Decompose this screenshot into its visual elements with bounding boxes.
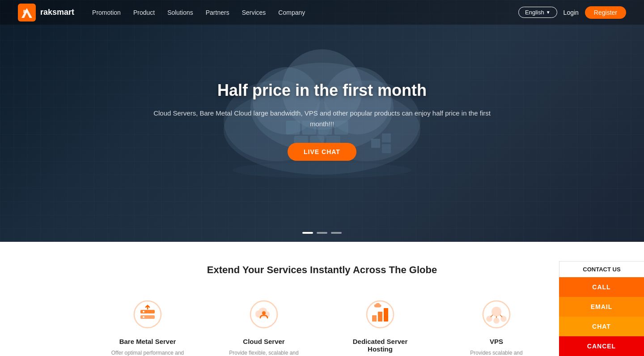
carousel-dots [302, 232, 342, 234]
services-section: Extend Your Services Instantly Across Th… [0, 242, 644, 356]
service-card-dedicated: Dedicated Server Hosting Offer maximum c… [340, 298, 420, 356]
chevron-down-icon: ▼ [546, 10, 551, 15]
svg-point-25 [143, 311, 144, 313]
nav-promotion[interactable]: Promotion [92, 9, 121, 16]
login-button[interactable]: Login [564, 9, 579, 16]
carousel-dot-3[interactable] [331, 232, 342, 234]
navbar: raksmart Promotion Product Solutions Par… [0, 0, 644, 25]
carousel-dot-1[interactable] [302, 232, 313, 234]
nav-links: Promotion Product Solutions Partners Ser… [92, 9, 518, 16]
nav-right: English ▼ Login Register [518, 6, 626, 19]
hero-title: Half price in the first month [152, 81, 492, 100]
svg-point-34 [492, 307, 501, 316]
call-button[interactable]: CALL [559, 277, 644, 297]
dedicated-server-icon [364, 298, 396, 330]
service-name-bare-metal: Bare Metal Server [119, 338, 176, 345]
nav-product[interactable]: Product [133, 9, 155, 16]
carousel-dot-2[interactable] [317, 232, 327, 234]
svg-line-38 [491, 315, 493, 317]
service-desc-bare-metal: Offer optimal performance and [111, 349, 184, 356]
service-desc-cloud: Provide flexible, scalable and [229, 349, 298, 356]
svg-rect-24 [140, 315, 155, 319]
services-grid: Bare Metal Server Offer optimal performa… [18, 298, 626, 356]
brand-name: raksmart [40, 8, 74, 17]
service-card-bare-metal: Bare Metal Server Offer optimal performa… [107, 298, 188, 356]
contact-panel: CONTACT US CALL EMAIL CHAT CANCEL [559, 261, 644, 356]
chat-button[interactable]: CHAT [559, 317, 644, 336]
svg-point-36 [494, 318, 499, 323]
email-button[interactable]: EMAIL [559, 297, 644, 317]
svg-rect-30 [372, 315, 377, 322]
svg-point-26 [143, 316, 144, 318]
service-desc-vps: Provides scalable and [470, 349, 522, 356]
hero-content: Half price in the first month Cloud Serv… [143, 81, 501, 161]
service-name-vps: VPS [490, 338, 503, 345]
nav-partners[interactable]: Partners [206, 9, 229, 16]
hero-subtitle: Cloud Servers, Bare Metal Cloud large ba… [152, 108, 492, 129]
live-chat-button[interactable]: LIVE CHAT [288, 143, 356, 161]
svg-rect-31 [378, 312, 382, 322]
svg-rect-3 [23, 10, 26, 13]
nav-services[interactable]: Services [242, 9, 266, 16]
logo-icon [18, 4, 36, 21]
services-section-title: Extend Your Services Instantly Across Th… [18, 264, 626, 276]
language-label: English [525, 9, 544, 16]
svg-line-40 [500, 315, 502, 317]
cancel-button[interactable]: CANCEL [559, 336, 644, 356]
cloud-server-icon [248, 298, 280, 330]
contact-header: CONTACT US [559, 261, 644, 277]
language-selector[interactable]: English ▼ [518, 7, 557, 18]
register-button[interactable]: Register [585, 6, 626, 19]
service-name-dedicated: Dedicated Server Hosting [340, 338, 420, 353]
vps-icon [480, 298, 513, 330]
nav-company[interactable]: Company [278, 9, 305, 16]
logo[interactable]: raksmart [18, 4, 74, 21]
service-card-cloud: Cloud Server Provide flexible, scalable … [224, 298, 304, 356]
nav-solutions[interactable]: Solutions [167, 9, 193, 16]
hero-section: Half price in the first month Cloud Serv… [0, 0, 644, 242]
svg-point-18 [233, 162, 411, 178]
svg-rect-32 [384, 308, 388, 322]
svg-point-28 [262, 311, 266, 315]
service-card-vps: VPS Provides scalable and [456, 298, 537, 356]
service-name-cloud: Cloud Server [243, 338, 284, 345]
svg-rect-23 [140, 310, 155, 313]
bare-metal-icon [131, 298, 164, 330]
